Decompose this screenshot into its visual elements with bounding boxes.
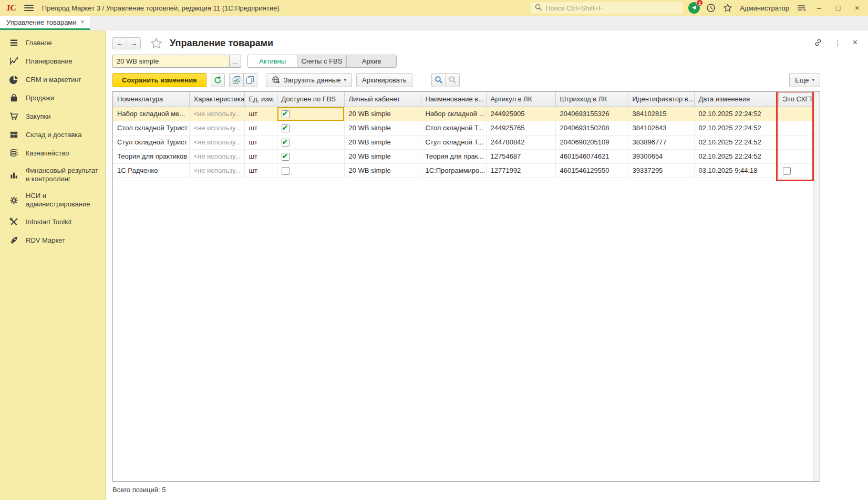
cell-characteristic[interactable]: <не использу... (189, 121, 244, 135)
cell-skgt[interactable] (778, 135, 813, 149)
more-actions-kebab-icon[interactable]: ⋮ (834, 39, 841, 47)
close-window-button[interactable]: × (850, 4, 864, 12)
cancel-find-icon-button[interactable] (446, 73, 460, 87)
sidebar-item-4[interactable]: Продажи (0, 89, 105, 107)
cabinet-filter-choose-button[interactable]: ... (229, 55, 241, 68)
archive-button[interactable]: Архивировать (356, 73, 412, 87)
table-row[interactable]: Набор складной ме...<не использу...шт20 … (113, 107, 813, 121)
cell-characteristic[interactable]: <не использу... (189, 107, 244, 121)
cell-modified[interactable]: 02.10.2025 22:24:52 (694, 121, 778, 135)
skgt-checkbox[interactable] (783, 167, 791, 175)
status-tab-1[interactable]: Активны (248, 55, 297, 67)
cell-characteristic[interactable]: <не использу... (189, 163, 244, 178)
cell-barcode[interactable]: 4601546129550 (555, 163, 628, 178)
cell-unit[interactable]: шт (244, 107, 277, 121)
cell-nomenclature[interactable]: Теория для практиков (113, 149, 189, 163)
cell-article[interactable]: 12754687 (486, 149, 555, 163)
history-icon[interactable] (705, 2, 717, 14)
cell-barcode[interactable]: 4601546074621 (555, 149, 628, 163)
column-header-article[interactable]: Артикул в ЛК (486, 92, 555, 107)
cell-identifier[interactable]: 384102815 (628, 107, 694, 121)
cell-mp_name[interactable]: Теория для прак... (421, 149, 486, 163)
fbs-checkbox[interactable] (282, 110, 290, 118)
cabinet-filter-input[interactable] (112, 55, 229, 68)
column-header-barcode[interactable]: Штрихкод в ЛК (555, 92, 628, 107)
cell-nomenclature[interactable]: 1С Радченко (113, 163, 189, 178)
refresh-button[interactable] (211, 73, 225, 87)
column-header-skgt[interactable]: Это СКГТ (778, 92, 813, 107)
minimize-button[interactable]: – (812, 4, 826, 12)
sidebar-item-6[interactable]: Склад и доставка (0, 126, 105, 144)
close-form-icon[interactable]: × (853, 38, 857, 47)
column-header-mp_name[interactable]: Наименование в... (421, 92, 486, 107)
fbs-checkbox[interactable] (282, 167, 290, 175)
column-header-modified[interactable]: Дата изменения (694, 92, 778, 107)
column-header-fbs[interactable]: Доступен по FBS (277, 92, 344, 107)
cell-cabinet[interactable]: 20 WB simple (344, 121, 421, 135)
cell-unit[interactable]: шт (244, 149, 277, 163)
cell-mp_name[interactable]: 1С:Программиро... (421, 163, 486, 178)
fbs-checkbox[interactable] (282, 153, 290, 161)
table-row[interactable]: Стул складной Турист<не использу...шт20 … (113, 135, 813, 149)
table-row[interactable]: Стол складной Турист<не использу...шт20 … (113, 121, 813, 135)
load-data-button[interactable]: Загрузить данные ▾ (266, 73, 352, 87)
table-row[interactable]: 1С Радченко<не использу...шт20 WB simple… (113, 163, 813, 178)
status-tab-3[interactable]: Архив (347, 55, 396, 67)
cell-cabinet[interactable]: 20 WB simple (344, 135, 421, 149)
cell-fbs[interactable] (277, 149, 344, 163)
sidebar-item-8[interactable]: Финансовый результат и контроллинг (0, 162, 105, 188)
cell-mp_name[interactable]: Стол складной Т... (421, 121, 486, 135)
cell-characteristic[interactable]: <не использу... (189, 135, 244, 149)
cell-unit[interactable]: шт (244, 121, 277, 135)
cell-modified[interactable]: 03.10.2025 9:44:18 (694, 163, 778, 178)
cell-nomenclature[interactable]: Стол складной Турист (113, 121, 189, 135)
sidebar-item-2[interactable]: Планирование (0, 52, 105, 70)
vertical-scrollbar[interactable] (813, 92, 820, 481)
status-tab-2[interactable]: Сняты с FBS (297, 55, 347, 67)
cell-modified[interactable]: 02.10.2025 22:24:52 (694, 135, 778, 149)
cell-mp_name[interactable]: Стул складной Т... (421, 135, 486, 149)
sidebar-item-1[interactable]: Главное (0, 34, 105, 52)
cell-cabinet[interactable]: 20 WB simple (344, 163, 421, 178)
set-all-flags-button[interactable] (229, 73, 243, 87)
cell-modified[interactable]: 02.10.2025 22:24:52 (694, 107, 778, 121)
favorites-star-icon[interactable] (722, 2, 733, 14)
cell-article[interactable]: 244925765 (486, 121, 555, 135)
cell-fbs[interactable] (277, 107, 344, 121)
cell-barcode[interactable]: 2040693155326 (555, 107, 628, 121)
column-header-nomenclature[interactable]: Номенклатура (113, 92, 189, 107)
cell-identifier[interactable]: 383896777 (628, 135, 694, 149)
cell-cabinet[interactable]: 20 WB simple (344, 107, 421, 121)
sidebar-item-7[interactable]: Казначейство (0, 144, 105, 162)
maximize-button[interactable]: □ (831, 4, 845, 12)
cell-nomenclature[interactable]: Набор складной ме... (113, 107, 189, 121)
table-row[interactable]: Теория для практиков<не использу...шт20 … (113, 149, 813, 163)
forward-button[interactable]: → (127, 37, 141, 49)
cell-skgt[interactable] (778, 149, 813, 163)
column-header-cabinet[interactable]: Личный кабинет (344, 92, 421, 107)
cell-barcode[interactable]: 2040690205109 (555, 135, 628, 149)
fbs-checkbox[interactable] (282, 139, 290, 147)
sidebar-item-5[interactable]: Закупки (0, 107, 105, 126)
cell-unit[interactable]: шт (244, 163, 277, 178)
favorite-star-icon[interactable] (150, 37, 162, 49)
cell-skgt[interactable] (778, 121, 813, 135)
get-link-icon[interactable] (813, 38, 823, 47)
cell-identifier[interactable]: 39337295 (628, 163, 694, 178)
current-user[interactable]: Администратор (740, 4, 789, 12)
back-button[interactable]: ← (112, 37, 127, 49)
save-changes-button[interactable]: Сохранить изменения (112, 73, 206, 87)
cell-fbs[interactable] (277, 121, 344, 135)
cell-identifier[interactable]: 384102643 (628, 121, 694, 135)
fbs-checkbox[interactable] (282, 124, 290, 132)
cell-unit[interactable]: шт (244, 135, 277, 149)
cell-mp_name[interactable]: Набор складной ... (421, 107, 486, 121)
sidebar-item-3[interactable]: CRM и маркетинг (0, 70, 105, 89)
cell-article[interactable]: 244925905 (486, 107, 555, 121)
column-header-identifier[interactable]: Идентификатор в... (628, 92, 694, 107)
tab-product-management[interactable]: Управление товарами × (0, 16, 90, 30)
sidebar-item-10[interactable]: Infostart Toolkit (0, 213, 105, 231)
global-search-input[interactable]: Поиск Ctrl+Shift+F (531, 2, 683, 14)
main-menu-icon[interactable] (24, 5, 34, 11)
clear-all-flags-button[interactable] (243, 73, 257, 87)
